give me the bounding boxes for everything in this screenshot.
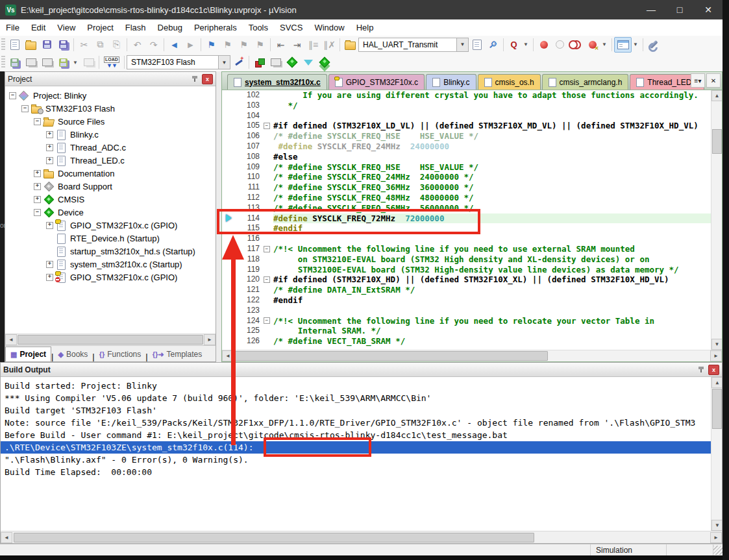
target-combo-dropdown[interactable]: ▼ <box>219 55 230 69</box>
tree-item-blinky-c[interactable]: +Blinky.c <box>5 128 216 141</box>
tree-item-stm32f103-flash[interactable]: −STM32F103 Flash <box>5 102 216 115</box>
build-message[interactable]: Build target 'STM32F103 Flash' <box>1 404 722 417</box>
build-output-console[interactable]: Build started: Project: Blinky*** Using … <box>1 377 722 531</box>
menu-edit[interactable]: Edit <box>25 19 51 36</box>
resize-grip[interactable] <box>713 546 723 555</box>
scroll-right-arrow[interactable]: ► <box>710 350 722 361</box>
breakpoint-enable-button[interactable] <box>552 38 568 52</box>
menu-window[interactable]: Window <box>308 19 350 36</box>
paste-button[interactable]: ⎘ <box>108 38 125 52</box>
build-vscroll-thumb[interactable] <box>712 389 722 429</box>
panel-tab-books[interactable]: ◈Books <box>53 347 92 361</box>
bookmark-prev-button[interactable]: ⚑ <box>219 38 236 52</box>
scroll-left-arrow[interactable]: ◄ <box>5 334 17 345</box>
incremental-find-button[interactable]: 🔎︎ <box>485 38 501 52</box>
editor-tab-cmsis-armclang-h[interactable]: cmsis_armclang.h <box>542 74 629 90</box>
build-vscrollbar[interactable]: ▲ ▼ <box>711 377 722 531</box>
panel-tab-templates[interactable]: {}➜Templates <box>148 347 206 361</box>
tree-expander[interactable]: + <box>46 157 53 164</box>
build-message[interactable]: Note: source file 'E:/keil_539/Packs/Kei… <box>1 417 722 429</box>
menu-project[interactable]: Project <box>81 19 119 36</box>
tree-item-project-blinky[interactable]: −Project: Blinky <box>5 89 216 102</box>
fold-marker-icon[interactable]: − <box>264 317 270 324</box>
scroll-right-arrow[interactable]: ► <box>204 334 216 345</box>
tree-expander[interactable]: + <box>34 196 41 203</box>
menu-debug[interactable]: Debug <box>152 19 188 36</box>
build-hscroll-thumb[interactable] <box>14 533 534 542</box>
fold-marker-icon[interactable]: − <box>264 123 270 129</box>
pack-installer-button[interactable] <box>316 55 332 69</box>
editor-tab-cmsis-os-h[interactable]: cmsis_os.h <box>478 74 541 90</box>
editor-tab-blinky-c[interactable]: Blinky.c <box>426 74 476 90</box>
find-all-button[interactable]: Q <box>506 38 522 52</box>
breakpoint-toggle-button[interactable] <box>536 38 552 52</box>
menu-flash[interactable]: Flash <box>119 19 152 36</box>
maximize-button[interactable]: □ <box>665 0 694 19</box>
bookmark-clear-button[interactable]: ⚑ <box>252 38 268 52</box>
editor-tab-system-stm32f10x-c[interactable]: system_stm32f10x.c <box>227 74 327 90</box>
editor-hscroll-thumb[interactable] <box>235 351 548 361</box>
build-message-selected[interactable]: .\RTE\Device\STM32F103ZE\system_stm32f10… <box>1 441 722 454</box>
scroll-right-arrow[interactable]: ► <box>710 532 722 543</box>
build-message[interactable]: Before Build - User command #1: E:\keil_… <box>1 429 722 441</box>
navigate-forward-button[interactable]: ► <box>182 38 199 52</box>
panel-tab-project[interactable]: ▦Project <box>5 347 51 361</box>
menu-view[interactable]: View <box>51 19 81 36</box>
pin-icon[interactable] <box>190 75 199 84</box>
project-hscrollbar[interactable]: ◄ ► <box>5 334 216 345</box>
manage-items-button[interactable] <box>267 55 284 69</box>
save-all-button[interactable] <box>55 38 71 52</box>
breakpoint-kill-all-button[interactable] <box>584 38 600 52</box>
debug-windows-dropdown[interactable]: ▼ <box>630 38 641 52</box>
menu-peripherals[interactable]: Peripherals <box>188 19 243 36</box>
function-combo-dropdown[interactable]: ▼ <box>457 38 469 52</box>
menu-svcs[interactable]: SVCS <box>274 19 308 36</box>
target-combo[interactable]: STM32F103 Flash <box>127 55 219 69</box>
fold-marker-icon[interactable]: − <box>264 246 270 252</box>
scroll-thumb[interactable] <box>18 335 203 345</box>
tree-item-gpio-stm32f10x-c-gpio[interactable]: +GPIO_STM32F10x.c (GPIO) <box>5 271 216 284</box>
breakpoint-dropdown[interactable]: ▼ <box>599 38 610 52</box>
editor-vscrollbar[interactable]: ▲ ▼ <box>711 90 722 350</box>
tree-item-system-stm32f10x-c-startup[interactable]: +system_stm32f10x.c (Startup) <box>5 258 216 271</box>
bookmark-next-button[interactable]: ⚑ <box>236 38 252 52</box>
minimize-button[interactable]: — <box>637 0 665 19</box>
rebuild-button[interactable] <box>39 55 55 69</box>
translate-button[interactable] <box>6 55 23 69</box>
build-button[interactable] <box>23 55 39 69</box>
function-combo[interactable]: HAL_UART_Transmit <box>358 38 457 52</box>
project-panel-close-icon[interactable]: x <box>202 74 213 84</box>
tree-expander[interactable]: + <box>46 144 53 151</box>
find-next-button[interactable] <box>469 38 485 52</box>
editor-tab-gpio-stm32f10x-c[interactable]: GPIO_STM32F10x.c <box>328 74 425 90</box>
tree-expander[interactable]: − <box>21 105 29 112</box>
tree-expander[interactable]: + <box>46 274 53 281</box>
stop-build-button[interactable] <box>80 55 97 69</box>
select-packs-button[interactable] <box>300 55 316 69</box>
tree-expander[interactable]: + <box>46 261 53 268</box>
tree-item-gpio-stm32f10x-c-gpio[interactable]: +GPIO_STM32F10x.c (GPIO) <box>5 219 216 232</box>
build-output-close-icon[interactable]: x <box>708 365 719 375</box>
menu-file[interactable]: File <box>0 19 25 36</box>
tree-expander[interactable]: + <box>46 131 53 138</box>
copy-button[interactable]: ⧉ <box>92 38 108 52</box>
build-message[interactable]: Build started: Project: Blinky <box>1 380 722 392</box>
panel-splitter[interactable] <box>216 71 221 362</box>
file-extensions-button[interactable] <box>251 55 267 69</box>
tree-item-source-files[interactable]: −Source Files <box>5 115 216 128</box>
tree-expander[interactable]: − <box>34 209 41 216</box>
close-button[interactable]: ✕ <box>694 0 723 19</box>
indent-less-button[interactable]: ⇤ <box>273 38 289 52</box>
rte-manage-button[interactable] <box>284 55 300 69</box>
tree-item-thread-adc-c[interactable]: +Thread_ADC.c <box>5 141 216 154</box>
redo-button[interactable]: ↷ <box>145 38 162 52</box>
scroll-up-arrow[interactable]: ▲ <box>711 90 722 101</box>
menu-help[interactable]: Help <box>351 19 380 36</box>
pin-icon[interactable] <box>697 365 706 374</box>
editor-hscrollbar[interactable]: ◄ ► <box>222 350 722 361</box>
scroll-down-arrow[interactable]: ▼ <box>711 520 722 531</box>
scroll-left-arrow[interactable]: ◄ <box>1 532 12 543</box>
batch-build-dropdown[interactable]: ▼ <box>70 55 80 69</box>
tree-expander[interactable]: + <box>46 222 53 229</box>
new-file-button[interactable] <box>6 38 23 52</box>
